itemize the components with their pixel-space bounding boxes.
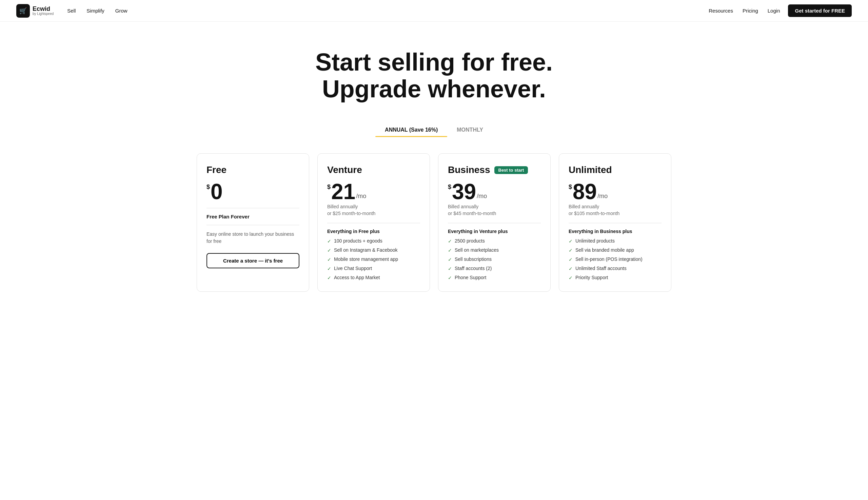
nav-login[interactable]: Login [768,8,780,14]
feature-list-unlimited: ✓Unlimited products ✓Sell via branded mo… [569,238,661,281]
price-dollar-business: $ [448,181,451,191]
check-icon: ✓ [327,238,331,244]
feature-business-1: ✓Sell on marketplaces [448,247,541,253]
plan-card-business: Business Best to start $ 39 /mo Billed a… [438,153,551,292]
plan-name-free: Free [207,164,299,175]
plan-name-business: Business [448,164,490,175]
logo-text: Ecwid by Lightspeed [33,6,54,15]
plan-name-unlimited: Unlimited [569,164,661,175]
plan-divider-business [448,223,541,223]
feature-venture-0: ✓100 products + egoods [327,238,420,244]
feature-business-0: ✓2500 products [448,238,541,244]
logo-icon: 🛒 [16,4,30,18]
hero-headline: Start selling for free. Upgrade whenever… [8,49,860,102]
check-icon: ✓ [327,248,331,253]
features-label-business: Everything in Venture plus [448,229,541,234]
feature-unlimited-3: ✓Unlimited Staff accounts [569,265,661,271]
feature-list-venture: ✓100 products + egoods ✓Sell on Instagra… [327,238,420,281]
feature-unlimited-1: ✓Sell via branded mobile app [569,247,661,253]
pricing-grid: Free $ 0 Free Plan Forever Easy online s… [197,153,671,292]
hero-line2: Upgrade whenever. [322,75,546,102]
plan-card-unlimited: Unlimited $ 89 /mo Billed annually or $1… [559,153,671,292]
feature-unlimited-4: ✓Priority Support [569,275,661,281]
plan-price-venture: $ 21 /mo [327,181,420,203]
plan-divider-venture [327,223,420,223]
feature-unlimited-2: ✓Sell in-person (POS integration) [569,257,661,262]
plan-divider-unlimited [569,223,661,223]
check-icon: ✓ [448,266,452,271]
feature-venture-1: ✓Sell on Instagram & Facebook [327,247,420,253]
features-label-venture: Everything in Free plus [327,229,420,234]
plan-price-free: $ 0 [207,181,299,203]
check-icon: ✓ [448,248,452,253]
price-period-unlimited: /mo [598,193,607,200]
feature-business-3: ✓Staff accounts (2) [448,265,541,271]
tab-annual[interactable]: ANNUAL (Save 16%) [375,123,447,137]
check-icon: ✓ [448,275,452,281]
price-period-business: /mo [477,193,487,200]
feature-business-4: ✓Phone Support [448,275,541,281]
hero-section: Start selling for free. Upgrade whenever… [0,22,868,123]
logo-main: Ecwid [33,6,54,12]
plan-description-free: Easy online store to launch your busines… [207,231,299,245]
feature-venture-2: ✓Mobile store management app [327,257,420,262]
logo-sub: by Lightspeed [33,12,54,15]
nav-grow[interactable]: Grow [115,8,127,14]
check-icon: ✓ [327,275,331,281]
check-icon: ✓ [327,257,331,262]
nav-right: Resources Pricing Login Get started for … [709,4,852,17]
check-icon: ✓ [448,257,452,262]
nav-simplify[interactable]: Simplify [86,8,104,14]
price-dollar-venture: $ [327,181,331,191]
feature-business-2: ✓Sell subscriptions [448,257,541,262]
check-icon: ✓ [569,257,573,262]
check-icon: ✓ [448,238,452,244]
features-label-unlimited: Everything in Business plus [569,229,661,234]
check-icon: ✓ [327,266,331,271]
plan-billing-alt-venture: or $25 month-to-month [327,211,420,216]
feature-list-business: ✓2500 products ✓Sell on marketplaces ✓Se… [448,238,541,281]
plan-billing-business: Billed annually [448,204,541,209]
price-amount-unlimited: 89 [573,181,597,203]
plan-billing-unlimited: Billed annually [569,204,661,209]
best-badge: Best to start [494,166,528,174]
feature-unlimited-0: ✓Unlimited products [569,238,661,244]
nav-sell[interactable]: Sell [67,8,76,14]
nav-resources[interactable]: Resources [709,8,733,14]
plan-billing-venture: Billed annually [327,204,420,209]
check-icon: ✓ [569,275,573,281]
price-amount-free: 0 [210,181,223,203]
price-amount-business: 39 [452,181,476,203]
price-dollar-unlimited: $ [569,181,572,191]
plan-billing-alt-business: or $45 month-to-month [448,211,541,216]
plan-price-unlimited: $ 89 /mo [569,181,661,203]
cta-free[interactable]: Create a store — it's free [207,253,299,268]
logo[interactable]: 🛒 Ecwid by Lightspeed [16,4,54,18]
nav-left: 🛒 Ecwid by Lightspeed Sell Simplify Grow [16,4,127,18]
check-icon: ✓ [569,266,573,271]
feature-venture-4: ✓Access to App Market [327,275,420,281]
check-icon: ✓ [569,248,573,253]
price-period-venture: /mo [356,193,366,200]
tab-monthly[interactable]: MONTHLY [447,123,493,137]
feature-venture-3: ✓Live Chat Support [327,265,420,271]
plan-card-venture: Venture $ 21 /mo Billed annually or $25 … [317,153,430,292]
plan-billing-alt-unlimited: or $105 month-to-month [569,211,661,216]
plan-divider-free [207,208,299,208]
plan-price-business: $ 39 /mo [448,181,541,203]
nav-pricing[interactable]: Pricing [742,8,758,14]
get-started-button[interactable]: Get started for FREE [788,4,852,17]
plan-name-venture: Venture [327,164,420,175]
plan-divider-free2 [207,225,299,225]
check-icon: ✓ [569,238,573,244]
nav-right-links: Resources Pricing Login [709,8,780,14]
nav-links: Sell Simplify Grow [67,8,127,14]
plan-name-row-business: Business Best to start [448,164,541,175]
hero-line1: Start selling for free. [315,48,553,76]
price-dollar-free: $ [207,181,210,191]
navbar: 🛒 Ecwid by Lightspeed Sell Simplify Grow… [0,0,868,22]
plan-tagline-free: Free Plan Forever [207,214,299,219]
price-amount-venture: 21 [331,181,355,203]
pricing-section: Free $ 0 Free Plan Forever Easy online s… [0,153,868,319]
billing-tabs: ANNUAL (Save 16%) MONTHLY [0,123,868,137]
